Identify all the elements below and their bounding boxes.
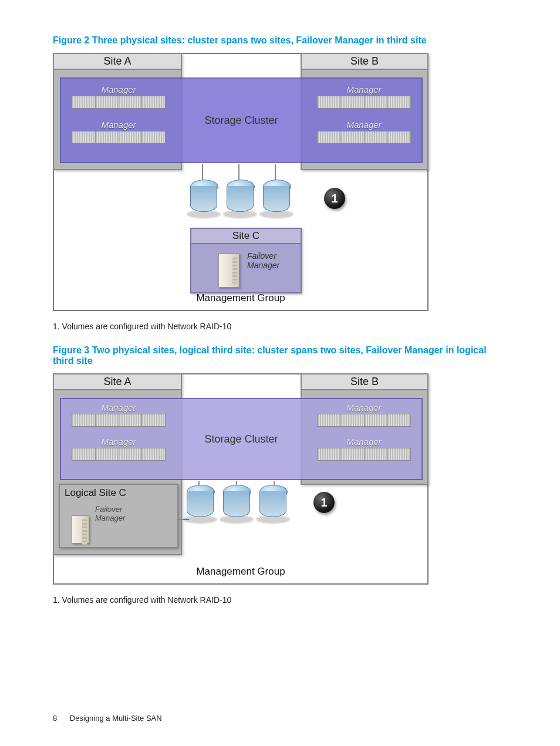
rack-a2: Manager [72, 437, 166, 461]
server-icon [72, 96, 166, 109]
rack-a2: Manager [72, 120, 166, 144]
manager-label: Manager [317, 85, 411, 94]
manager-label: Manager [72, 403, 166, 413]
figure2-diagram: Site A Site B Storage Cluster Manager Ma… [53, 53, 429, 311]
rack-a1: Manager [72, 85, 166, 109]
figure3-diagram: Site A Logical Site C Failover Manager S… [53, 373, 429, 585]
manager-label: Manager [317, 403, 411, 413]
figure2-caption: Figure 2 Three physical sites: cluster s… [53, 35, 507, 46]
failover-manager-label: Failover Manager [95, 505, 125, 522]
figure2-note: 1. Volumes are configured with Network R… [53, 322, 507, 331]
site-a-header: Site A [54, 54, 181, 70]
callout-badge: 1 [324, 188, 345, 209]
rack-b2: Manager [317, 437, 411, 461]
tower-icon [218, 254, 239, 288]
manager-label: Manager [72, 120, 166, 130]
chapter-title: Designing a Multi-Site SAN [70, 714, 162, 723]
rack-b1: Manager [317, 85, 411, 109]
volume-icon [259, 491, 286, 520]
manager-label: Manager [72, 85, 166, 94]
manager-label: Manager [317, 120, 411, 130]
server-icon [72, 131, 166, 144]
volume-group [190, 185, 290, 215]
failover-manager-label: Failover Manager [247, 251, 279, 270]
server-icon [72, 448, 166, 461]
callout-badge: 1 [313, 492, 335, 513]
figure3-caption: Figure 3 Two physical sites, logical thi… [53, 345, 507, 366]
volume-group [187, 491, 286, 520]
site-b-header: Site B [302, 54, 427, 70]
server-icon [317, 131, 411, 144]
server-icon [317, 448, 411, 461]
management-group-label: Management Group [54, 566, 427, 578]
site-c-header: Site C [191, 229, 301, 244]
rack-b1: Manager [317, 403, 411, 427]
site-c-box: Site C Failover Manager [190, 228, 302, 293]
storage-cluster-label: Storage Cluster [204, 433, 278, 445]
logical-site-c-header: Logical Site C [60, 485, 177, 501]
page-number: 8 [53, 714, 57, 723]
server-icon [72, 414, 166, 427]
management-group-label: Management Group [54, 292, 427, 304]
storage-cluster-label: Storage Cluster [204, 114, 278, 127]
page-footer: 8 Designing a Multi-Site SAN [53, 714, 162, 723]
rack-a1: Manager [72, 403, 166, 427]
figure3-note: 1. Volumes are configured with Network R… [53, 595, 507, 605]
manager-label: Manager [317, 437, 411, 447]
volume-icon [187, 491, 214, 520]
tower-icon [72, 515, 89, 544]
manager-label: Manager [72, 437, 166, 447]
server-icon [317, 96, 411, 109]
logical-site-c-box: Logical Site C Failover Manager [59, 484, 178, 548]
volume-icon [227, 185, 254, 215]
volume-icon [263, 185, 290, 215]
server-icon [317, 414, 411, 427]
volume-icon [190, 185, 217, 215]
site-a-header: Site A [54, 374, 181, 390]
site-b-header: Site B [302, 374, 427, 390]
volume-icon [223, 491, 250, 520]
rack-b2: Manager [317, 120, 411, 144]
